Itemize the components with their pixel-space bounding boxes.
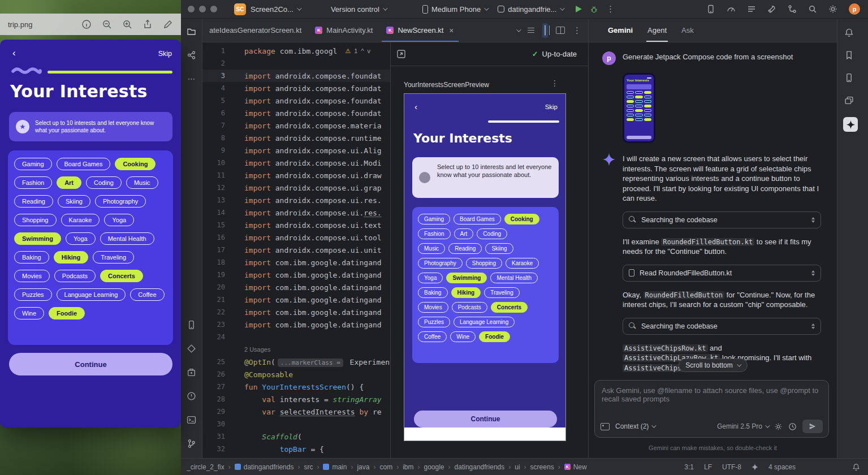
usages-label[interactable]: 2 Usages xyxy=(244,346,270,353)
profile-avatar[interactable]: p xyxy=(849,3,860,15)
terminal-icon[interactable] xyxy=(186,414,197,425)
file-tab[interactable]: KNewScreen.kt× xyxy=(379,19,460,42)
code-line[interactable]: 11import androidx.compose.ui.draw xyxy=(202,169,390,182)
code-line[interactable]: 22import com.ibm.google.datingand xyxy=(202,306,390,318)
line-number[interactable]: 17 xyxy=(202,246,231,254)
code-line[interactable]: 17import androidx.compose.ui.unit xyxy=(202,244,390,256)
tool-call-row[interactable]: Searching the codebase xyxy=(623,318,821,335)
more-tools-icon[interactable]: ⋯ xyxy=(186,73,197,84)
breadcrumb-item[interactable]: main xyxy=(323,463,347,471)
app-quality-insights-icon[interactable] xyxy=(186,343,197,354)
code-line[interactable]: 29 var selectedInterests by re xyxy=(202,405,390,418)
code-line[interactable]: 9import androidx.compose.ui.Alig xyxy=(202,144,390,157)
build-variants-icon[interactable] xyxy=(186,366,197,378)
line-number[interactable]: 13 xyxy=(202,196,231,204)
statusbar-bell-icon[interactable] xyxy=(852,463,860,471)
line-number[interactable]: 28 xyxy=(202,395,231,403)
expand-collapse-icon[interactable] xyxy=(811,322,815,331)
line-number[interactable]: 21 xyxy=(202,296,231,304)
code-line[interactable]: 23import com.ibm.google.datingand xyxy=(202,318,390,331)
share-icon[interactable] xyxy=(142,19,153,29)
window-controls[interactable] xyxy=(188,6,217,12)
code-line[interactable]: 18import com.ibm.google.datingand xyxy=(202,256,390,269)
commit-tool-icon[interactable] xyxy=(186,49,197,61)
preview-name[interactable]: YourInterestsScreenPreview xyxy=(404,81,489,89)
line-number[interactable]: 8 xyxy=(202,134,231,142)
line-number[interactable]: 30 xyxy=(202,420,231,428)
breadcrumb-item[interactable]: src xyxy=(304,463,313,471)
send-button[interactable] xyxy=(802,420,823,433)
run-button[interactable] xyxy=(576,6,582,12)
line-number[interactable]: 24 xyxy=(202,333,231,341)
running-devices-icon[interactable] xyxy=(186,319,197,330)
line-number[interactable]: 3 xyxy=(202,72,231,80)
gemini-icon[interactable] xyxy=(843,117,858,132)
line-number[interactable]: 7 xyxy=(202,122,231,129)
line-number[interactable]: 22 xyxy=(202,308,231,316)
tab-agent[interactable]: Agent xyxy=(647,19,667,42)
tool-call-row[interactable]: Read RoundedFilledButton.kt xyxy=(623,265,821,282)
line-number[interactable]: 23 xyxy=(202,321,231,329)
info-icon[interactable] xyxy=(81,19,92,29)
line-number[interactable]: 6 xyxy=(202,109,231,117)
indent-config[interactable]: 4 spaces xyxy=(768,463,796,471)
code-line[interactable]: 10import androidx.compose.ui.Modi xyxy=(202,157,390,169)
close-tab-icon[interactable]: × xyxy=(449,26,454,35)
code-line[interactable]: 14import androidx.compose.ui.res. xyxy=(202,206,390,219)
inspections-widget[interactable]: ⚠1^v xyxy=(345,48,370,55)
code-line[interactable]: 19import com.ibm.google.datingand xyxy=(202,269,390,281)
line-number[interactable]: 2 xyxy=(202,59,231,67)
expand-collapse-icon[interactable] xyxy=(811,269,815,278)
tab-gemini[interactable]: Gemini xyxy=(608,19,633,42)
code-line[interactable]: 8import androidx.compose.runtime xyxy=(202,132,390,144)
device-preview-icon[interactable] xyxy=(706,5,715,14)
breadcrumb-item[interactable]: ibm xyxy=(403,463,413,471)
split-editor-icon[interactable] xyxy=(542,23,548,38)
expand-collapse-icon[interactable] xyxy=(811,215,815,224)
line-number[interactable]: 18 xyxy=(202,258,231,266)
todo-list-icon[interactable] xyxy=(747,5,756,14)
attach-image-icon[interactable] xyxy=(601,423,610,430)
breadcrumb-item[interactable]: com xyxy=(379,463,392,471)
file-encoding[interactable]: UTF-8 xyxy=(722,463,741,471)
line-number[interactable]: 27 xyxy=(202,383,231,391)
notifications-bell-icon[interactable] xyxy=(843,27,854,38)
code-line[interactable]: 30 xyxy=(202,418,390,430)
zoom-out-icon[interactable] xyxy=(102,19,112,29)
line-number[interactable]: 5 xyxy=(202,97,231,105)
line-number[interactable]: 32 xyxy=(202,445,231,453)
breadcrumb-item[interactable]: KNew xyxy=(564,463,587,471)
layout-view-icon[interactable] xyxy=(556,27,565,34)
line-number[interactable]: 11 xyxy=(202,171,231,179)
history-icon[interactable] xyxy=(788,422,797,431)
run-config-selector[interactable]: datingandfrie... xyxy=(498,5,563,14)
version-graph-icon[interactable] xyxy=(788,5,797,14)
caret-position[interactable]: 3:1 xyxy=(684,463,694,471)
code-line[interactable]: 12import androidx.compose.ui.grap xyxy=(202,182,390,194)
code-line[interactable]: 20import com.ibm.google.datingand xyxy=(202,281,390,293)
project-icon[interactable]: SC xyxy=(234,3,246,15)
tool-call-row[interactable]: Searching the codebase xyxy=(623,211,821,228)
line-number[interactable]: 16 xyxy=(202,234,231,241)
prev-warning-icon[interactable]: ^ xyxy=(361,48,364,54)
line-number[interactable]: 14 xyxy=(202,209,231,217)
line-number[interactable]: 29 xyxy=(202,408,231,416)
next-warning-icon[interactable]: v xyxy=(368,48,371,54)
zoom-in-icon[interactable] xyxy=(122,19,132,29)
layers-icon[interactable] xyxy=(843,94,854,106)
code-line[interactable]: 15import androidx.compose.ui.text xyxy=(202,219,390,231)
line-number[interactable]: 19 xyxy=(202,271,231,279)
maximize-window-icon[interactable] xyxy=(210,6,217,12)
chat-attachment[interactable]: Your Interests xyxy=(623,73,821,143)
code-line[interactable]: 26@Composable xyxy=(202,368,390,381)
preview-menu-icon[interactable]: ⋮ xyxy=(551,79,559,88)
profiler-icon[interactable] xyxy=(727,5,736,14)
code-line[interactable]: 32 topBar = { xyxy=(202,443,390,455)
line-number[interactable]: 4 xyxy=(202,84,231,92)
git-branch-icon[interactable] xyxy=(186,438,197,449)
gemini-input[interactable] xyxy=(595,381,828,413)
breadcrumb-item[interactable]: datingandfriends xyxy=(455,463,505,471)
project-selector[interactable]: Screen2Co... xyxy=(251,5,300,14)
preview-mode-icon[interactable] xyxy=(396,49,406,59)
more-actions-icon[interactable]: ⋮ xyxy=(606,4,615,14)
